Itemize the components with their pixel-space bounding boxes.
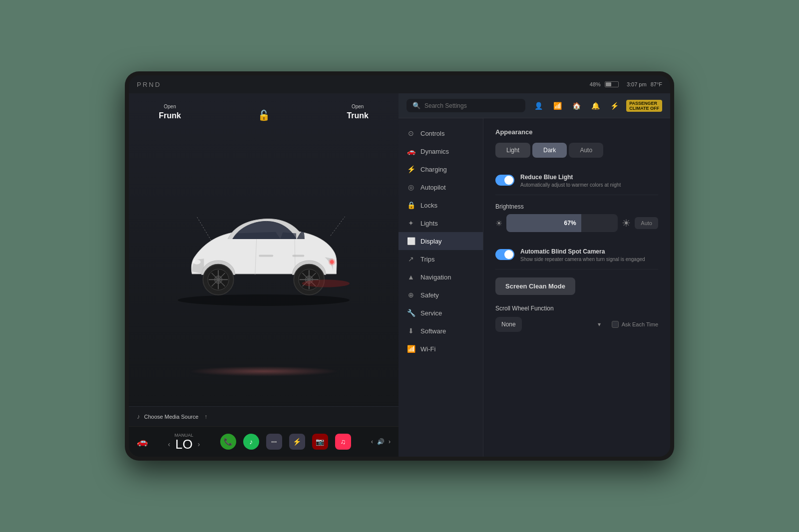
appearance-light-btn[interactable]: Light — [495, 143, 530, 158]
car-panel-bottom: ♪ Choose Media Source ↑ 🚗 Manual ‹ — [129, 406, 399, 457]
gear-prev-icon[interactable]: ‹ — [168, 440, 170, 448]
display-icon: ⬜ — [406, 237, 415, 245]
lights-icon: ✦ — [406, 219, 415, 227]
blind-spot-toggle[interactable] — [495, 249, 514, 260]
reduce-blue-light-toggle[interactable] — [495, 175, 514, 186]
gear-selector: ‹ LO › — [168, 438, 200, 451]
trunk-label[interactable]: Open Trunk — [347, 103, 369, 122]
nav-lights[interactable]: ✦ Lights — [399, 214, 483, 232]
person-icon[interactable]: 👤 — [531, 99, 545, 113]
gear-value: LO — [175, 438, 193, 451]
locks-icon: 🔒 — [406, 201, 415, 209]
navigation-icon: ▲ — [406, 273, 415, 281]
car-container — [129, 93, 399, 406]
appearance-auto-btn[interactable]: Auto — [569, 143, 603, 158]
bell-icon[interactable]: 🔔 — [588, 99, 602, 113]
nav-controls[interactable]: ⊙ Controls — [399, 124, 483, 142]
nav-wifi[interactable]: 📶 Wi-Fi — [399, 340, 483, 358]
nav-navigation-label: Navigation — [420, 273, 451, 281]
nav-service-label: Service — [420, 309, 442, 317]
nav-autopilot[interactable]: ◎ Autopilot — [399, 178, 483, 196]
search-icon: 🔍 — [412, 102, 420, 109]
nav-autopilot-label: Autopilot — [420, 184, 446, 191]
safety-icon: ⊕ — [406, 291, 415, 299]
gear-next-icon[interactable]: › — [198, 440, 200, 448]
reduce-blue-light-text: Reduce Blue Light Automatically adjust t… — [520, 174, 621, 189]
home-icon[interactable]: 🏠 — [569, 99, 583, 113]
car-glow-effect — [189, 366, 339, 376]
nav-lights-label: Lights — [420, 220, 438, 227]
scroll-row: None Ask Each Time — [495, 317, 658, 332]
bluetooth-icon[interactable]: ⚡ — [607, 99, 621, 113]
brightness-title: Brightness — [495, 203, 658, 210]
car-svg — [154, 188, 374, 312]
volume-next-icon[interactable]: › — [389, 438, 391, 445]
appearance-buttons: Light Dark Auto — [495, 143, 658, 158]
screen-bezel: PRND 48% 3:07 pm 87°F Open Frunk — [125, 71, 674, 461]
ask-each-time-label: Ask Each Time — [622, 321, 658, 327]
ask-each-time: Ask Each Time — [612, 321, 658, 328]
frunk-label[interactable]: Open Frunk — [159, 103, 181, 122]
svg-rect-22 — [292, 255, 304, 257]
temp-display: 87°F — [651, 81, 662, 87]
brightness-value: 67% — [564, 220, 576, 227]
nav-navigation[interactable]: ▲ Navigation — [399, 268, 483, 286]
nav-trips[interactable]: ↗ Trips — [399, 250, 483, 268]
toggle-knob — [504, 176, 513, 185]
search-bar[interactable]: 🔍 — [406, 99, 525, 112]
nav-safety[interactable]: ⊕ Safety — [399, 286, 483, 304]
wifi-icon: 📶 — [406, 345, 415, 353]
svg-line-23 — [331, 217, 345, 236]
nav-charging-label: Charging — [420, 166, 447, 173]
status-right: 48% 3:07 pm 87°F — [590, 81, 662, 87]
ask-each-time-checkbox[interactable] — [612, 321, 619, 328]
passenger-badge: PASSENGERCLIMATE OFF — [626, 100, 662, 112]
scroll-wheel-section: Scroll Wheel Function None Ask Each Tim — [495, 305, 658, 332]
dock-bluetooth-icon[interactable]: ⚡ — [289, 434, 305, 450]
settings-nav: ⊙ Controls 🚗 Dynamics ⚡ Charging ◎ — [399, 118, 483, 457]
dock-music-icon[interactable]: ♫ — [335, 434, 351, 450]
nav-display[interactable]: ⬜ Display — [399, 232, 483, 250]
status-bar: PRND 48% 3:07 pm 87°F — [129, 75, 670, 93]
brightness-high-icon: ☀ — [622, 217, 631, 229]
svg-rect-21 — [259, 255, 273, 257]
scroll-dropdown[interactable]: None — [495, 317, 522, 332]
dock-spotify-icon[interactable]: ♪ — [243, 434, 259, 450]
screen-clean-btn[interactable]: Screen Clean Mode — [495, 277, 575, 295]
service-icon: 🔧 — [406, 309, 415, 317]
battery-icon — [605, 81, 619, 87]
controls-icon: ⊙ — [406, 129, 415, 137]
dynamics-icon: 🚗 — [406, 147, 415, 155]
car-panel: Open Frunk 🔓 Open Trunk — [129, 93, 399, 457]
media-source-label[interactable]: Choose Media Source — [144, 414, 199, 420]
nav-locks[interactable]: 🔒 Locks — [399, 196, 483, 214]
scroll-wheel-title: Scroll Wheel Function — [495, 305, 658, 312]
nav-charging[interactable]: ⚡ Charging — [399, 160, 483, 178]
nav-service[interactable]: 🔧 Service — [399, 304, 483, 322]
dock-phone-icon[interactable]: 📞 — [220, 434, 236, 450]
reduce-blue-light-label: Reduce Blue Light — [520, 174, 621, 181]
nav-software[interactable]: ⬇ Software — [399, 322, 483, 340]
nav-wifi-label: Wi-Fi — [420, 345, 435, 353]
nav-dynamics[interactable]: 🚗 Dynamics — [399, 142, 483, 160]
car-labels: Open Frunk 🔓 Open Trunk — [129, 103, 399, 122]
battery-percent: 48% — [590, 81, 601, 87]
brightness-bar[interactable]: 67% — [506, 214, 618, 232]
gear-control: Manual ‹ LO › — [168, 433, 200, 451]
trips-icon: ↗ — [406, 255, 415, 263]
dock-camera-icon[interactable]: 📷 — [312, 434, 328, 450]
volume-prev-icon[interactable]: ‹ — [371, 438, 373, 445]
car-bottom-icon[interactable]: 🚗 — [137, 436, 148, 447]
reduce-blue-light-row: Reduce Blue Light Automatically adjust t… — [495, 168, 658, 195]
appearance-dark-btn[interactable]: Dark — [532, 143, 567, 158]
lock-icon-label: 🔓 — [258, 108, 270, 122]
prnd-display: PRND — [137, 81, 161, 88]
dock-apps-icon[interactable]: ••• — [266, 434, 282, 450]
brightness-auto-btn[interactable]: Auto — [635, 217, 658, 229]
search-input[interactable] — [424, 102, 519, 109]
svg-point-0 — [178, 294, 350, 305]
main-content: Open Frunk 🔓 Open Trunk — [129, 93, 670, 457]
brightness-section: Brightness ☀ 67% ☀ Auto — [495, 203, 658, 232]
volume-control[interactable]: ‹ 🔊 › — [371, 438, 391, 445]
svg-point-20 — [302, 279, 350, 287]
